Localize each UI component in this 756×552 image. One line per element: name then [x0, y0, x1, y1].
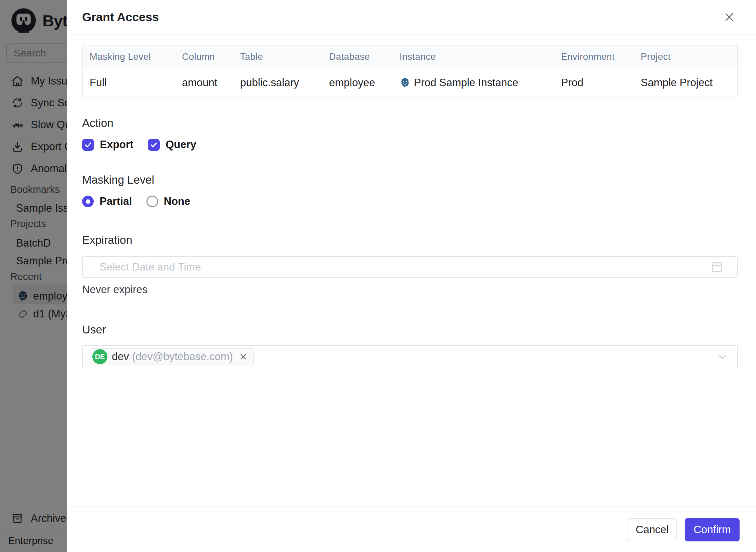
expiration-heading: Expiration — [82, 234, 738, 247]
export-checkbox-group[interactable]: Export — [82, 139, 133, 151]
check-icon — [84, 141, 92, 149]
column-header: Project — [641, 52, 737, 62]
column-header: Masking Level — [90, 52, 182, 62]
query-checkbox-group[interactable]: Query — [148, 139, 196, 151]
user-email: (dev@bytebase.com) — [132, 351, 233, 363]
cell-project: Sample Project — [641, 77, 737, 89]
cell-table: public.salary — [240, 77, 329, 89]
column-header: Column — [182, 52, 240, 62]
column-header: Table — [240, 52, 329, 62]
partial-radio-group[interactable]: Partial — [82, 195, 132, 208]
chevron-down-icon[interactable] — [717, 352, 728, 362]
action-heading: Action — [82, 117, 738, 130]
cell-masking-level: Full — [90, 77, 182, 89]
cell-database: employee — [329, 77, 400, 89]
partial-radio[interactable] — [82, 196, 94, 207]
column-header: Environment — [561, 52, 641, 62]
modal-title: Grant Access — [82, 10, 159, 24]
grant-target-table: Masking Level Column Table Database Inst… — [82, 45, 738, 97]
column-header: Instance — [400, 52, 561, 62]
export-checkbox-label: Export — [100, 139, 133, 151]
postgres-icon — [400, 77, 410, 88]
cell-column: amount — [182, 77, 240, 89]
grant-access-modal: Grant Access Masking Level Column Table … — [67, 0, 756, 552]
expiration-date-picker[interactable] — [82, 256, 738, 278]
cell-environment: Prod — [561, 77, 641, 89]
expiration-note: Never expires — [82, 284, 738, 296]
user-tag: DE dev (dev@bytebase.com) — [90, 348, 254, 365]
user-name: dev — [112, 351, 129, 363]
check-icon — [150, 141, 158, 149]
none-radio[interactable] — [146, 196, 158, 207]
instance-name: Prod Sample Instance — [414, 77, 518, 89]
calendar-icon — [712, 262, 722, 272]
table-row: Full amount public.salary employee Prod … — [83, 68, 737, 97]
remove-user-icon[interactable] — [239, 352, 248, 361]
user-heading: User — [82, 323, 738, 336]
none-radio-label: None — [164, 195, 191, 208]
masking-level-heading: Masking Level — [82, 173, 738, 186]
partial-radio-label: Partial — [100, 195, 132, 208]
avatar: DE — [92, 349, 107, 364]
confirm-button[interactable]: Confirm — [685, 518, 740, 541]
column-header: Database — [329, 52, 400, 62]
user-select[interactable]: DE dev (dev@bytebase.com) — [82, 345, 738, 368]
close-icon[interactable] — [722, 10, 737, 25]
export-checkbox[interactable] — [82, 139, 94, 151]
expiration-date-input[interactable] — [100, 261, 712, 273]
query-checkbox[interactable] — [148, 139, 160, 151]
query-checkbox-label: Query — [166, 139, 196, 151]
cell-instance: Prod Sample Instance — [400, 77, 561, 89]
none-radio-group[interactable]: None — [146, 195, 191, 208]
cancel-button[interactable]: Cancel — [628, 518, 677, 541]
